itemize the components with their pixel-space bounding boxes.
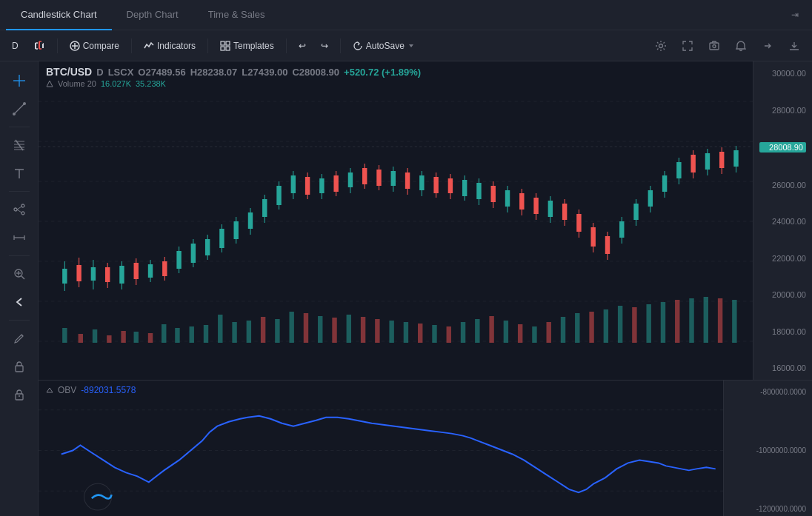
svg-rect-82: [489, 316, 493, 343]
svg-line-32: [17, 207, 21, 210]
svg-rect-71: [332, 318, 336, 343]
svg-point-29: [14, 208, 17, 211]
node-tool[interactable]: [6, 196, 33, 223]
svg-rect-77: [418, 324, 422, 343]
price-scale: 30000.00 28000.00 28008.90 26000.00 2400…: [753, 61, 812, 380]
tab-bar-right: ⇥: [784, 4, 806, 26]
svg-rect-86: [547, 322, 551, 343]
indicators-button[interactable]: Indicators: [138, 38, 202, 54]
back-tool[interactable]: [6, 289, 33, 315]
share-button[interactable]: [756, 34, 779, 58]
compare-button[interactable]: Compare: [64, 38, 125, 54]
svg-rect-68: [289, 312, 293, 343]
svg-point-16: [659, 44, 663, 47]
sep1: [57, 38, 58, 53]
svg-rect-3: [39, 41, 40, 49]
svg-rect-139: [333, 175, 338, 192]
svg-rect-89: [589, 312, 593, 343]
templates-button[interactable]: Templates: [214, 38, 280, 54]
lock2-tool[interactable]: [6, 381, 33, 408]
tab-bar-left: Candlestick Chart Depth Chart Time & Sal…: [6, 0, 280, 30]
svg-rect-163: [505, 190, 510, 207]
svg-rect-99: [732, 300, 736, 343]
trend-line-tool[interactable]: [6, 96, 33, 122]
svg-rect-60: [175, 328, 179, 343]
svg-rect-155: [448, 178, 453, 193]
obv-svg: [39, 381, 723, 516]
lt-sep2: [9, 191, 30, 192]
svg-rect-13: [221, 47, 224, 50]
alert-button[interactable]: [729, 34, 753, 58]
svg-rect-151: [419, 175, 424, 190]
svg-rect-75: [389, 321, 393, 343]
collapse-button[interactable]: ⇥: [784, 4, 806, 26]
autosave-button[interactable]: AutoSave: [347, 38, 421, 54]
svg-rect-187: [676, 162, 681, 178]
svg-rect-53: [79, 334, 83, 343]
svg-rect-69: [304, 313, 308, 343]
redo-button[interactable]: ↪: [315, 38, 334, 54]
svg-rect-157: [462, 180, 467, 196]
svg-line-38: [21, 276, 24, 279]
svg-rect-96: [689, 298, 693, 343]
sep2: [131, 38, 132, 53]
svg-rect-84: [518, 324, 522, 343]
svg-rect-133: [291, 175, 296, 193]
svg-rect-179: [619, 221, 624, 238]
svg-rect-127: [248, 212, 253, 229]
chart-type-button[interactable]: [27, 37, 51, 55]
crosshair-tool[interactable]: [6, 67, 33, 94]
svg-rect-177: [605, 236, 610, 254]
fullscreen-button[interactable]: [676, 34, 699, 58]
svg-rect-153: [433, 177, 438, 193]
svg-point-23: [23, 102, 26, 105]
svg-rect-54: [93, 329, 97, 343]
svg-rect-165: [519, 193, 524, 210]
svg-rect-70: [318, 316, 322, 343]
svg-rect-11: [221, 41, 224, 45]
lt-sep3: [9, 255, 30, 256]
measure-tool[interactable]: [6, 224, 33, 251]
svg-rect-52: [62, 328, 67, 343]
svg-rect-141: [348, 172, 353, 187]
download-button[interactable]: [782, 34, 806, 58]
settings-button[interactable]: [649, 34, 673, 58]
svg-rect-171: [562, 204, 567, 220]
lt-sep1: [9, 127, 30, 127]
svg-rect-92: [632, 307, 636, 343]
fib-tool[interactable]: [6, 132, 33, 158]
svg-rect-85: [532, 326, 536, 343]
svg-rect-191: [705, 153, 710, 170]
svg-rect-90: [604, 309, 608, 343]
chart-symbol: BTC/USD D LSCX O27489.56 H28238.07 L2743…: [46, 66, 421, 78]
tab-candlestick[interactable]: Candlestick Chart: [6, 0, 112, 30]
pencil-tool[interactable]: [6, 325, 33, 352]
svg-rect-80: [461, 322, 465, 343]
svg-rect-143: [362, 168, 367, 184]
app-container: Candlestick Chart Depth Chart Time & Sal…: [0, 0, 812, 516]
svg-rect-131: [276, 186, 281, 205]
price-chart: BTC/USD D LSCX O27489.56 H28238.07 L2743…: [39, 61, 812, 380]
svg-line-21: [14, 104, 24, 114]
svg-rect-181: [633, 204, 638, 220]
svg-rect-147: [391, 171, 396, 186]
svg-rect-137: [319, 178, 324, 193]
svg-marker-44: [47, 81, 53, 87]
candlestick-svg: [39, 61, 753, 380]
svg-rect-58: [148, 333, 153, 343]
svg-rect-55: [107, 335, 111, 343]
svg-rect-101: [62, 269, 67, 284]
svg-rect-123: [219, 229, 224, 248]
svg-rect-149: [405, 172, 410, 189]
tab-timesales[interactable]: Time & Sales: [193, 0, 280, 30]
svg-rect-94: [661, 302, 665, 343]
sep4: [286, 38, 287, 53]
svg-rect-73: [361, 317, 365, 343]
text-tool[interactable]: [6, 160, 33, 187]
timeframe-selector[interactable]: D: [6, 38, 24, 54]
lock-tool[interactable]: [6, 353, 33, 380]
zoom-tool[interactable]: [6, 261, 33, 287]
tab-depth[interactable]: Depth Chart: [112, 0, 193, 30]
undo-button[interactable]: ↩: [293, 38, 312, 54]
screenshot-button[interactable]: [702, 34, 726, 58]
